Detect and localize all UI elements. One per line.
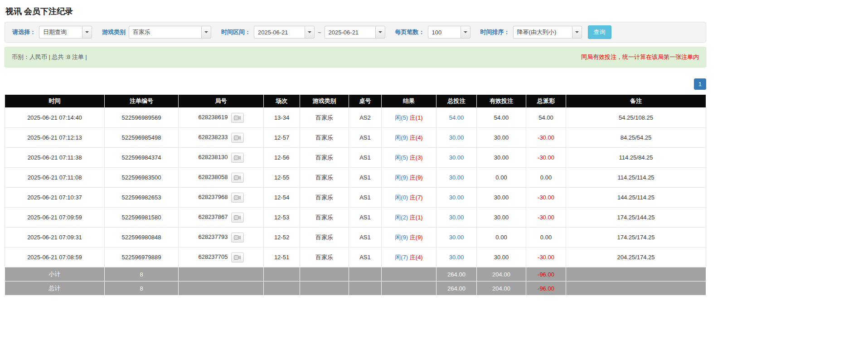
video-icon	[234, 215, 241, 220]
round-replay-button[interactable]	[231, 213, 244, 223]
round-cell: 628237793	[179, 228, 264, 248]
chevron-down-icon[interactable]	[201, 26, 211, 39]
time-cell: 2025-06-21 07:09:59	[5, 208, 105, 228]
date-to-select[interactable]: 2025-06-21	[325, 26, 385, 39]
chevron-down-icon[interactable]	[461, 26, 470, 39]
bet-id-cell: 522596985498	[105, 128, 179, 148]
table-row: 2025-06-21 07:09:59 522596981580 6282378…	[5, 208, 706, 228]
sort-select[interactable]: 降幂(由大到小)	[513, 26, 582, 39]
search-button[interactable]: 查询	[588, 25, 611, 39]
page-button-1[interactable]: 1	[694, 78, 706, 90]
total-bet-link[interactable]: 30.00	[449, 174, 464, 181]
column-header: 注单编号	[105, 95, 179, 108]
total-bet-link[interactable]: 30.00	[449, 154, 464, 161]
caret-shape	[464, 31, 467, 33]
video-icon	[234, 155, 241, 160]
round-id: 628237793	[198, 233, 228, 240]
column-header: 总投注	[436, 95, 477, 108]
page-size-select[interactable]: 100	[428, 26, 470, 39]
table-row: 2025-06-21 07:10:37 522596982653 6282379…	[5, 188, 706, 208]
video-icon	[234, 235, 241, 240]
summary-valid-bet: 204.00	[477, 267, 526, 281]
chevron-down-icon[interactable]	[305, 26, 315, 39]
payout-cell: -30.00	[526, 208, 566, 228]
summary-payout: -96.00	[526, 281, 566, 296]
payout-cell: 0.00	[526, 228, 566, 248]
total-bet-cell: 30.00	[436, 168, 477, 188]
query-type-label: 请选择：	[12, 28, 36, 36]
result-player: 闲(7)	[395, 254, 408, 261]
table-no-cell: AS1	[349, 208, 382, 228]
result-player: 闲(0)	[395, 194, 408, 201]
round-replay-button[interactable]	[231, 153, 244, 163]
video-icon	[234, 115, 241, 121]
total-bet-link[interactable]: 30.00	[449, 214, 464, 221]
game-type-value: 百家乐	[129, 26, 201, 39]
round-replay-button[interactable]	[231, 133, 244, 143]
summary-payout: -96.00	[526, 267, 566, 281]
table-header-row: 时间注单编号局号场次游戏类别桌号结果总投注有效投注总派彩备注	[5, 95, 706, 108]
time-cell: 2025-06-21 07:11:08	[5, 168, 105, 188]
total-bet-link[interactable]: 30.00	[449, 194, 464, 201]
round-replay-button[interactable]	[231, 113, 244, 123]
result-banker: 庄(4)	[410, 254, 423, 261]
summary-count: 8	[105, 267, 179, 281]
total-bet-cell: 30.00	[436, 128, 477, 148]
chevron-down-icon[interactable]	[375, 26, 385, 39]
result-banker: 庄(1)	[410, 114, 423, 121]
payout-cell: -30.00	[526, 128, 566, 148]
table-row: 2025-06-21 07:08:59 522596979889 6282377…	[5, 248, 706, 267]
result-player: 闲(9)	[395, 234, 408, 241]
result-cell: 闲(9) 庄(9)	[382, 168, 436, 188]
result-cell: 闲(5) 庄(3)	[382, 148, 436, 168]
page-size-value: 100	[428, 26, 461, 39]
chevron-down-icon[interactable]	[572, 26, 582, 39]
total-bet-link[interactable]: 30.00	[449, 254, 464, 261]
summary-empty-cell	[264, 267, 300, 281]
total-bet-link[interactable]: 30.00	[449, 234, 464, 241]
total-bet-cell: 30.00	[436, 248, 477, 267]
sort-value: 降幂(由大到小)	[513, 26, 572, 39]
round-id: 628237867	[198, 214, 228, 220]
total-bet-cell: 30.00	[436, 228, 477, 248]
note-cell: 174.25/144.25	[566, 208, 706, 228]
summary-label: 小计	[5, 267, 105, 281]
payout-cell: 54.00	[526, 108, 566, 128]
session-cell: 12-57	[264, 128, 300, 148]
valid-bet-cell: 0.00	[477, 228, 526, 248]
session-cell: 12-51	[264, 248, 300, 267]
summary-empty-cell	[349, 281, 382, 296]
table-no-cell: AS1	[349, 188, 382, 208]
summary-empty-cell	[382, 281, 436, 296]
result-player: 闲(2)	[395, 214, 408, 221]
round-id: 628238130	[198, 154, 228, 160]
time-range-label: 时间区间：	[221, 28, 251, 36]
valid-bet-cell: 30.00	[477, 208, 526, 228]
query-type-select[interactable]: 日期查询	[39, 26, 92, 39]
chevron-down-icon[interactable]	[82, 26, 92, 39]
bet-id-cell: 522596979889	[105, 248, 179, 267]
result-cell: 闲(2) 庄(1)	[382, 208, 436, 228]
summary-bar: 币别：人民币 | 总共 :8 注单 | 同局有效投注，统一计算在该局第一张注单内	[5, 47, 706, 68]
date-from-select[interactable]: 2025-06-21	[254, 26, 315, 39]
bet-id-cell: 522596983500	[105, 168, 179, 188]
column-header: 总派彩	[526, 95, 566, 108]
result-banker: 庄(4)	[410, 134, 423, 141]
total-bet-link[interactable]: 30.00	[449, 134, 464, 141]
game-type-cell: 百家乐	[300, 248, 349, 267]
total-bet-link[interactable]: 54.00	[449, 114, 464, 121]
round-replay-button[interactable]	[231, 252, 244, 262]
round-replay-button[interactable]	[231, 193, 244, 203]
round-cell: 628238130	[179, 148, 264, 168]
valid-bet-cell: 30.00	[477, 148, 526, 168]
round-replay-button[interactable]	[231, 233, 244, 243]
game-type-select[interactable]: 百家乐	[129, 26, 211, 39]
total-bet-cell: 30.00	[436, 208, 477, 228]
round-replay-button[interactable]	[231, 173, 244, 183]
column-header: 局号	[179, 95, 264, 108]
valid-bet-cell: 30.00	[477, 188, 526, 208]
note-cell: 114.25/84.25	[566, 148, 706, 168]
game-type-cell: 百家乐	[300, 188, 349, 208]
result-player: 闲(9)	[395, 174, 408, 181]
result-cell: 闲(9) 庄(4)	[382, 128, 436, 148]
